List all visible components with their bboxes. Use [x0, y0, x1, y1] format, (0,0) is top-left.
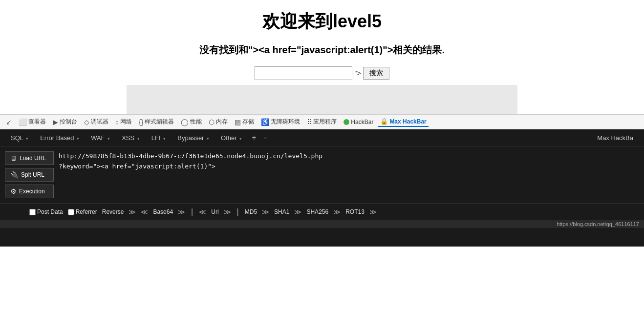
- post-data-checkbox[interactable]: [29, 209, 36, 215]
- hackbar-url-display: http://598785f8-b13b-4dbe-9b67-c7f361e1d…: [59, 151, 639, 172]
- other-label: Other: [221, 134, 237, 142]
- referrer-checkbox[interactable]: [68, 209, 74, 215]
- referrer-label: Referrer: [76, 208, 97, 215]
- hackbar-body: 🖥 Load URL 🔌 Spit URL ⚙ Execution http:/…: [0, 146, 644, 203]
- load-url-button[interactable]: 🖥 Load URL: [5, 151, 54, 165]
- network-icon: ↕: [115, 118, 119, 126]
- hackbar-menu-lfi[interactable]: LFI ▾: [146, 130, 172, 145]
- debugger-icon: ◇: [84, 118, 89, 126]
- style-label: 样式编辑器: [145, 118, 174, 126]
- toolbar-memory[interactable]: ⬡ 内存: [207, 117, 230, 127]
- sha256-item[interactable]: SHA256: [306, 208, 328, 215]
- load-url-icon: 🖥: [10, 154, 17, 162]
- lock-icon: 🔒: [380, 118, 388, 125]
- status-bar: https://blog.csdn.net/qq_46116117: [0, 220, 644, 228]
- base64-item[interactable]: Base64: [153, 208, 173, 215]
- waf-label: WAF: [91, 134, 105, 142]
- toolbar-cursor[interactable]: ↙: [4, 117, 14, 127]
- post-data-label: Post Data: [37, 208, 63, 215]
- hackbar-menu-waf[interactable]: WAF ▾: [85, 130, 116, 145]
- status-url: https://blog.csdn.net/qq_46116117: [557, 221, 639, 227]
- waf-arrow: ▾: [107, 136, 110, 141]
- execution-button[interactable]: ⚙ Execution: [5, 185, 54, 198]
- page-subtitle: 没有找到和"><a href="javascript:alert(1)">相关的…: [0, 43, 644, 57]
- toolbar-performance[interactable]: ◯ 性能: [179, 117, 204, 127]
- hackbar-menu-bypasser[interactable]: Bypasser ▾: [172, 130, 215, 145]
- arrow-right-1: ≫: [129, 208, 136, 216]
- arrow-left-2: ≪: [199, 208, 206, 216]
- post-data-item[interactable]: Post Data: [29, 208, 63, 215]
- console-icon: ▶: [53, 118, 58, 126]
- xss-arrow: ▾: [137, 136, 140, 141]
- memory-icon: ⬡: [209, 118, 215, 126]
- toolbar-max-hackbar[interactable]: 🔒 Max HackBar: [378, 117, 428, 127]
- arrow-right-7: ≫: [369, 208, 377, 216]
- console-label: 控制台: [60, 118, 77, 126]
- execution-icon: ⚙: [10, 187, 17, 195]
- toolbar-network[interactable]: ↕ 网络: [113, 117, 134, 127]
- referrer-item[interactable]: Referrer: [68, 208, 97, 215]
- spit-url-label: Spit URL: [21, 171, 44, 178]
- arrow-right-4: ≫: [262, 208, 269, 216]
- toolbar-storage[interactable]: ▤ 存储: [233, 117, 256, 127]
- hackbar-label: HackBar: [351, 119, 373, 125]
- hackbar-menu-xss[interactable]: XSS ▾: [116, 130, 146, 145]
- cursor-icon: ↙: [6, 118, 12, 126]
- spit-url-icon: 🔌: [10, 171, 19, 179]
- xss-label: XSS: [122, 134, 134, 142]
- url-line2: ?keyword="><a href="javascript:alert(1)"…: [59, 162, 639, 172]
- toolbar-inspector[interactable]: ⬜ 查看器: [17, 117, 48, 127]
- hackbar-menu-minus[interactable]: -: [260, 129, 271, 146]
- toolbar-style[interactable]: {} 样式编辑器: [137, 117, 176, 127]
- spit-url-button[interactable]: 🔌 Spit URL: [5, 168, 54, 182]
- rot13-label: ROT13: [345, 208, 365, 215]
- hackbar-menu-sql[interactable]: SQL ▾: [5, 130, 34, 145]
- search-suffix: ">: [354, 69, 361, 77]
- accessibility-icon: ♿: [261, 118, 269, 126]
- reverse-label: Reverse: [102, 208, 124, 215]
- reverse-item[interactable]: Reverse: [102, 208, 124, 215]
- sep-1: |: [190, 207, 194, 216]
- lfi-label: LFI: [151, 134, 161, 142]
- memory-label: 内存: [216, 118, 228, 126]
- search-button[interactable]: 搜索: [363, 67, 389, 80]
- performance-icon: ◯: [181, 118, 189, 126]
- hackbar-menu-plus[interactable]: +: [248, 129, 260, 146]
- arrow-left-1: ≪: [141, 208, 148, 216]
- hackbar-menu: SQL ▾ Error Based ▾ WAF ▾ XSS ▾ LFI ▾ By…: [0, 129, 644, 146]
- browser-toolbar: ↙ ⬜ 查看器 ▶ 控制台 ◇ 调试器 ↕ 网络 {} 样式编辑器 ◯ 性能 ⬡…: [0, 114, 644, 129]
- md5-label: MD5: [245, 208, 257, 215]
- bypasser-label: Bypasser: [177, 134, 204, 142]
- hackbar-menu-other[interactable]: Other ▾: [215, 130, 248, 145]
- inspector-icon: ⬜: [19, 118, 27, 126]
- search-input[interactable]: [255, 66, 352, 80]
- url-item[interactable]: Url: [211, 208, 218, 215]
- arrow-right-6: ≫: [333, 208, 341, 216]
- toolbar-console[interactable]: ▶ 控制台: [51, 117, 79, 127]
- arrow-right-3: ≫: [224, 208, 231, 216]
- arrow-right-2: ≫: [178, 208, 185, 216]
- toolbar-accessibility[interactable]: ♿ 无障碍环境: [259, 117, 302, 127]
- sql-label: SQL: [11, 134, 23, 142]
- hackbar-menu-error-based[interactable]: Error Based ▾: [34, 130, 85, 145]
- sha1-label: SHA1: [274, 208, 289, 215]
- base64-label: Base64: [153, 208, 173, 215]
- error-based-label: Error Based: [40, 134, 74, 142]
- bypasser-arrow: ▾: [207, 136, 209, 141]
- other-arrow: ▾: [239, 136, 242, 141]
- page-content: 欢迎来到level5 没有找到和"><a href="javascript:al…: [0, 0, 644, 114]
- sha1-item[interactable]: SHA1: [274, 208, 289, 215]
- style-icon: {}: [139, 118, 143, 126]
- rot13-item[interactable]: ROT13: [345, 208, 365, 215]
- hackbar-buttons: 🖥 Load URL 🔌 Spit URL ⚙ Execution: [5, 151, 54, 198]
- debugger-label: 调试器: [91, 118, 108, 126]
- storage-icon: ▤: [235, 118, 241, 126]
- toolbar-hackbar[interactable]: HackBar: [342, 118, 375, 126]
- performance-label: 性能: [190, 118, 202, 126]
- inspector-label: 查看器: [28, 118, 46, 126]
- execution-label: Execution: [19, 188, 45, 195]
- md5-item[interactable]: MD5: [245, 208, 257, 215]
- sep-2: |: [236, 207, 240, 216]
- toolbar-apps[interactable]: ⠿ 应用程序: [305, 117, 339, 127]
- toolbar-debugger[interactable]: ◇ 调试器: [82, 117, 110, 127]
